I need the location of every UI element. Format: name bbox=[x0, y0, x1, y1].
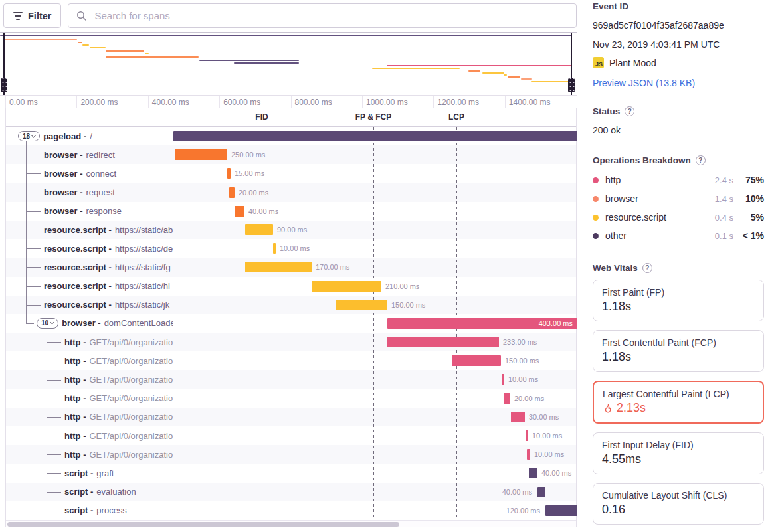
span-duration-bar[interactable] bbox=[452, 355, 501, 366]
scrollbar-thumb[interactable] bbox=[7, 522, 399, 527]
web-vitals-help-icon[interactable]: ? bbox=[642, 263, 652, 273]
operation-breakdown-row: http2.4 s75% bbox=[593, 171, 764, 189]
span-timeline-cell: 10.00 ms bbox=[173, 426, 576, 445]
span-waterfall-panel: FIDFP & FCPLCP 18pageload -/browser -red… bbox=[5, 108, 577, 527]
span-duration-label: 150.00 ms bbox=[505, 357, 539, 365]
span-tree-label[interactable]: resource.script -https://static/hi bbox=[6, 277, 173, 296]
span-duration-bar[interactable] bbox=[175, 149, 227, 160]
span-duration-bar[interactable] bbox=[227, 168, 231, 179]
span-tree-label[interactable]: resource.script -https://static/fg bbox=[6, 258, 173, 276]
span-tree-label[interactable]: browser -request bbox=[6, 183, 173, 202]
span-tree-label[interactable]: resource.script -https://static/de bbox=[6, 239, 173, 258]
span-duration-bar[interactable] bbox=[273, 243, 276, 254]
span-description: GET/api/0/organization/ bbox=[89, 356, 173, 366]
span-row: http -GET/api/0/organization/20.00 ms bbox=[6, 389, 576, 408]
search-input[interactable] bbox=[93, 9, 568, 22]
span-duration-bar[interactable] bbox=[545, 505, 577, 516]
time-axis-tick: 0.00 ms bbox=[5, 96, 38, 108]
span-tree-label[interactable]: http -GET/api/0/organization/ bbox=[6, 408, 173, 426]
span-duration-bar[interactable] bbox=[387, 337, 499, 347]
event-sidebar: Event ID 969ad5c7f0104f35af2687aa89e Nov… bbox=[577, 0, 772, 532]
span-description: GET/api/0/organization/ bbox=[89, 412, 173, 422]
span-duration-bar[interactable] bbox=[529, 468, 537, 478]
span-tree-label[interactable]: http -GET/api/0/organization/ bbox=[6, 445, 173, 464]
filter-button[interactable]: Filter bbox=[3, 3, 61, 28]
span-tree-label[interactable]: browser -redirect bbox=[6, 145, 173, 164]
span-duration-label: 10.00 ms bbox=[534, 450, 564, 458]
span-duration-label: 90.00 ms bbox=[277, 226, 307, 234]
span-duration-label: 30.00 ms bbox=[529, 413, 559, 421]
span-duration-bar[interactable] bbox=[537, 487, 545, 497]
span-tree-cell: http -GET/api/0/organization/ bbox=[6, 445, 173, 464]
span-duration-label: 40.00 ms bbox=[502, 488, 532, 496]
span-description: https://static/jk bbox=[115, 300, 169, 310]
span-duration-bar[interactable] bbox=[504, 393, 510, 404]
span-duration-bar[interactable] bbox=[173, 131, 577, 141]
span-operation: script - bbox=[64, 468, 93, 478]
span-tree-label[interactable]: resource.script -https://static/ab bbox=[6, 221, 173, 239]
minimap-span-line bbox=[145, 53, 149, 54]
span-tree-label[interactable]: http -GET/api/0/organization/ bbox=[6, 370, 173, 389]
operation-breakdown-row: resource.script0.4 s5% bbox=[593, 208, 764, 226]
trace-detail-page: Filter 0.00 ms200.00 ms400.00 ms600.00 m… bbox=[0, 0, 772, 532]
span-tree-label[interactable]: resource.script -https://static/jk bbox=[6, 296, 173, 314]
span-duration-bar[interactable] bbox=[336, 300, 387, 310]
span-tree-label[interactable]: http -GET/api/0/organization/ bbox=[6, 351, 173, 370]
span-tree-label[interactable]: browser -connect bbox=[6, 164, 173, 183]
web-vital-card: First Input Delay (FID)4.55ms bbox=[593, 432, 764, 474]
span-tree-cell: resource.script -https://static/fg bbox=[6, 258, 173, 276]
operation-color-dot bbox=[593, 233, 599, 239]
chevron-down-icon bbox=[31, 133, 36, 137]
web-vital-value: 1.18s bbox=[602, 350, 755, 364]
span-row: browser -connect15.00 ms bbox=[6, 164, 576, 183]
span-duration-bar[interactable] bbox=[511, 412, 525, 422]
span-children-toggle[interactable]: 18 bbox=[18, 131, 40, 141]
minimap-left-handle[interactable] bbox=[3, 33, 5, 95]
span-duration-bar[interactable] bbox=[312, 281, 381, 292]
minimap-span-line bbox=[106, 56, 199, 58]
trace-minimap[interactable] bbox=[0, 32, 577, 95]
span-timeline-cell: 233.00 ms bbox=[173, 333, 576, 351]
span-timeline-cell: 20.00 ms bbox=[173, 183, 576, 202]
status-help-icon[interactable]: ? bbox=[625, 106, 634, 116]
span-tree-label[interactable]: script -evaluation bbox=[6, 483, 173, 501]
span-toolbar: Filter bbox=[0, 0, 577, 32]
span-tree-label[interactable]: http -GET/api/0/organization/ bbox=[6, 389, 173, 408]
operations-help-icon[interactable]: ? bbox=[696, 155, 706, 165]
span-duration-bar[interactable] bbox=[527, 449, 530, 460]
preview-json-link[interactable]: Preview JSON (13.8 KB) bbox=[593, 78, 695, 88]
span-duration-bar[interactable] bbox=[502, 374, 504, 385]
span-duration-bar[interactable] bbox=[526, 430, 528, 441]
minimap-span-line bbox=[508, 76, 520, 78]
span-duration-bar[interactable] bbox=[245, 224, 273, 235]
operation-name: http bbox=[605, 175, 702, 185]
web-vitals-heading: Web Vitals ? bbox=[593, 263, 764, 273]
minimap-right-grip[interactable] bbox=[568, 78, 575, 92]
span-operation: resource.script - bbox=[44, 281, 112, 291]
span-tree-label[interactable]: script -graft bbox=[6, 464, 173, 482]
span-tree-cell: browser -response bbox=[6, 202, 173, 221]
span-operation: script - bbox=[64, 505, 93, 515]
span-tree-label[interactable]: 18pageload -/ bbox=[6, 127, 173, 145]
minimap-right-handle[interactable] bbox=[571, 33, 572, 95]
span-tree-label[interactable]: http -GET/api/0/organization/ bbox=[6, 426, 173, 445]
span-tree-label[interactable]: http -GET/api/0/organization/ bbox=[6, 333, 173, 351]
span-tree-label[interactable]: script -process bbox=[6, 501, 173, 520]
span-operation: resource.script - bbox=[44, 225, 112, 235]
span-duration-bar[interactable] bbox=[245, 262, 312, 272]
minimap-span-line bbox=[387, 65, 572, 66]
span-row: script -graft40.00 ms bbox=[6, 464, 576, 482]
web-vitals-label: Web Vitals bbox=[593, 263, 638, 273]
time-axis-tick: 1400.00 ms bbox=[505, 96, 551, 108]
span-duration-bar[interactable] bbox=[235, 206, 244, 217]
span-timeline-cell: 150.00 ms bbox=[173, 296, 576, 314]
span-tree-label[interactable]: browser -response bbox=[6, 202, 173, 221]
span-children-toggle[interactable]: 10 bbox=[37, 318, 58, 329]
span-row: script -process120.00 ms bbox=[6, 501, 576, 520]
horizontal-scrollbar[interactable] bbox=[6, 520, 576, 527]
span-tree-cell: 10browser -domContentLoaded bbox=[6, 314, 173, 333]
span-row: browser -response40.00 ms bbox=[6, 202, 576, 221]
span-duration-bar[interactable] bbox=[229, 187, 235, 198]
span-tree-label[interactable]: 10browser -domContentLoaded bbox=[6, 314, 173, 333]
minimap-left-grip[interactable] bbox=[1, 78, 7, 92]
